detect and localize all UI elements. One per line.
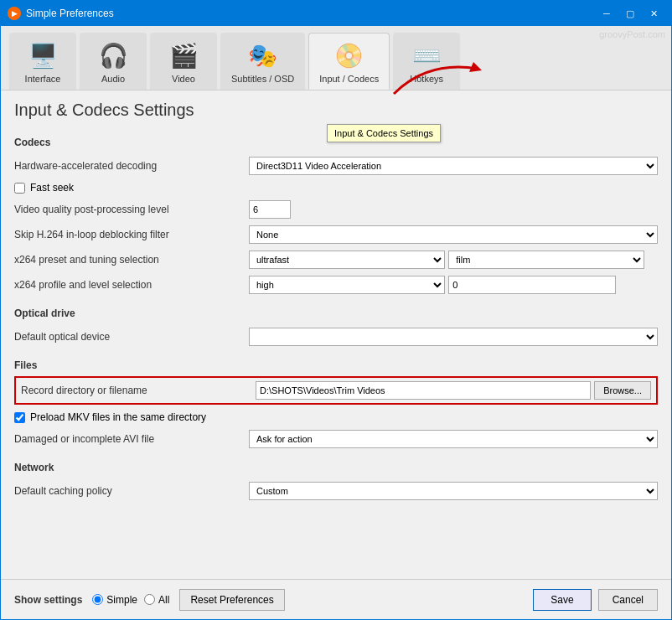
tab-audio-label: Audio [101, 74, 125, 84]
tab-input[interactable]: 📀 Input / Codecs [308, 33, 390, 90]
files-header: Files [14, 359, 658, 371]
x264-preset-control: ultrafast superfast veryfast faster fast… [249, 251, 658, 269]
skip-h264-select[interactable]: None Non-ref Bidir Non-key All [249, 225, 658, 244]
radio-group: Simple All [92, 594, 169, 606]
damaged-avi-row: Damaged or incomplete AVI file Ask for a… [14, 426, 658, 452]
caching-policy-row: Default caching policy Custom Lowest lat… [14, 478, 658, 504]
fast-seek-row: Fast seek [14, 178, 658, 197]
hardware-decoding-label: Hardware-accelerated decoding [14, 160, 249, 172]
damaged-avi-select[interactable]: Ask for action Always fix Never fix [249, 430, 658, 448]
maximize-button[interactable]: ▢ [619, 5, 641, 22]
show-settings-label: Show settings [14, 594, 82, 606]
x264-level-input[interactable] [448, 276, 616, 294]
simple-radio[interactable] [92, 594, 103, 605]
skip-h264-row: Skip H.264 in-loop deblocking filter Non… [14, 222, 658, 247]
record-control: Browse... [256, 381, 651, 400]
all-label: All [158, 594, 169, 606]
optical-header: Optical drive [14, 307, 658, 319]
video-quality-spinner [249, 200, 291, 219]
default-device-select[interactable] [249, 328, 658, 346]
page-title: Input & Codecs Settings [1, 90, 671, 127]
damaged-avi-label: Damaged or incomplete AVI file [14, 433, 249, 445]
video-icon: 🎬 [167, 39, 200, 72]
content-area: Input & Codecs Settings Codecs Hardware-… [1, 90, 671, 579]
skip-h264-control: None Non-ref Bidir Non-key All [249, 225, 658, 244]
tab-input-label: Input / Codecs [319, 74, 379, 84]
record-input[interactable] [256, 381, 591, 400]
x264-preset-label: x264 preset and tuning selection [14, 254, 249, 266]
video-quality-control [249, 200, 658, 219]
bottom-left: Show settings Simple All Reset Preferenc… [14, 589, 526, 611]
tab-hotkeys-label: Hotkeys [410, 74, 443, 84]
audio-icon: 🎧 [96, 39, 130, 72]
browse-button[interactable]: Browse... [594, 381, 651, 400]
hardware-decoding-row: Hardware-accelerated decoding Direct3D11… [14, 153, 658, 178]
video-quality-input[interactable] [249, 200, 291, 219]
window-title: Simple Preferences [26, 8, 596, 19]
tab-subtitles-label: Subtitles / OSD [231, 74, 294, 84]
fast-seek-checkbox[interactable] [14, 183, 25, 194]
x264-profile-row: x264 profile and level selection high ba… [14, 272, 658, 297]
all-radio-label[interactable]: All [144, 594, 169, 606]
tab-video-label: Video [172, 74, 195, 84]
tabs-container: 🖥️ Interface 🎧 Audio 🎬 Video 🎭 Subtitles… [1, 26, 671, 90]
record-label: Record directory or filename [21, 385, 256, 396]
subtitles-icon: 🎭 [246, 39, 280, 72]
title-bar: ▶ Simple Preferences ─ ▢ ✕ [1, 1, 671, 26]
damaged-avi-control: Ask for action Always fix Never fix [249, 430, 658, 448]
x264-profile-label: x264 profile and level selection [14, 279, 249, 291]
tab-interface[interactable]: 🖥️ Interface [9, 33, 76, 90]
network-header: Network [14, 462, 658, 473]
tab-audio[interactable]: 🎧 Audio [80, 33, 147, 90]
x264-preset-select[interactable]: ultrafast superfast veryfast faster fast… [249, 251, 445, 269]
settings-scroll[interactable]: Codecs Hardware-accelerated decoding Dir… [1, 127, 671, 579]
default-device-row: Default optical device [14, 324, 658, 349]
simple-label: Simple [106, 594, 137, 606]
caching-label: Default caching policy [14, 485, 249, 497]
default-device-control [249, 328, 658, 346]
tab-subtitles[interactable]: 🎭 Subtitles / OSD [220, 33, 305, 90]
video-quality-label: Video quality post-processing level [14, 204, 249, 215]
reset-button[interactable]: Reset Preferences [179, 589, 284, 611]
interface-icon: 🖥️ [26, 39, 59, 72]
tab-hotkeys[interactable]: ⌨️ Hotkeys [393, 33, 460, 90]
preload-mkv-label: Preload MKV files in the same directory [30, 411, 206, 423]
record-directory-row: Record directory or filename Browse... [14, 376, 658, 405]
app-icon: ▶ [8, 7, 21, 20]
window-controls: ─ ▢ ✕ [596, 5, 664, 22]
caching-control: Custom Lowest latency Low latency Normal… [249, 482, 658, 500]
hardware-decoding-control: Direct3D11 Video Acceleration Direct3D9 … [249, 157, 658, 175]
close-button[interactable]: ✕ [643, 5, 664, 22]
preload-mkv-checkbox[interactable] [14, 412, 25, 423]
preload-mkv-row: Preload MKV files in the same directory [14, 408, 658, 426]
hardware-decoding-select[interactable]: Direct3D11 Video Acceleration Direct3D9 … [249, 157, 658, 175]
main-window: ▶ Simple Preferences ─ ▢ ✕ groovyPost.co… [0, 0, 672, 620]
tab-video[interactable]: 🎬 Video [150, 33, 217, 90]
hotkeys-icon: ⌨️ [410, 39, 443, 72]
bottom-bar: Show settings Simple All Reset Preferenc… [1, 579, 671, 619]
tooltip: Input & Codecs Settings [327, 124, 441, 142]
save-button[interactable]: Save [533, 589, 591, 611]
x264-tuning-select[interactable]: film animation grain stillimage psnr ssi… [448, 251, 644, 269]
tab-interface-label: Interface [25, 74, 61, 84]
all-radio[interactable] [144, 594, 155, 605]
video-quality-row: Video quality post-processing level [14, 197, 658, 222]
input-icon: 📀 [333, 39, 366, 72]
x264-profile-select[interactable]: high baseline main high10 high422 high44… [249, 276, 445, 294]
cancel-button[interactable]: Cancel [598, 589, 658, 611]
default-device-label: Default optical device [14, 331, 249, 343]
fast-seek-label: Fast seek [30, 182, 74, 194]
x264-preset-row: x264 preset and tuning selection ultrafa… [14, 247, 658, 272]
skip-h264-label: Skip H.264 in-loop deblocking filter [14, 229, 249, 240]
caching-select[interactable]: Custom Lowest latency Low latency Normal… [249, 482, 658, 500]
minimize-button[interactable]: ─ [596, 5, 618, 22]
simple-radio-label[interactable]: Simple [92, 594, 137, 606]
x264-profile-control: high baseline main high10 high422 high44… [249, 276, 658, 294]
